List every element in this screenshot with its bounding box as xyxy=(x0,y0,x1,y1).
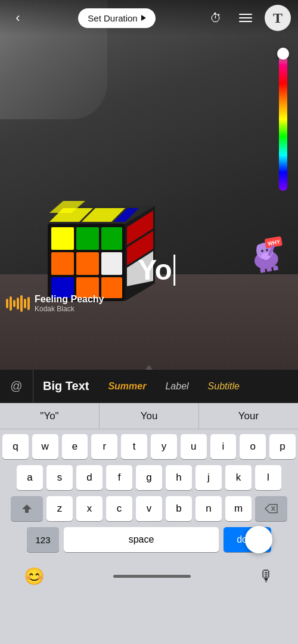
phone-bottom-bar: 😊 🎙 xyxy=(0,561,298,592)
text-style-row: @ Big Text Summer Label Subtitle xyxy=(0,370,298,403)
subtitle-style-button[interactable]: Subtitle xyxy=(198,370,249,402)
big-text-label: Big Text xyxy=(43,379,89,393)
text-format-icon: T xyxy=(273,10,283,26)
key-m[interactable]: m xyxy=(225,496,252,521)
music-title: Feeling Peachy xyxy=(35,294,104,305)
suggestion-you-text: You xyxy=(141,410,158,422)
key-a[interactable]: a xyxy=(17,465,43,490)
keyboard: q w e r t y u i o p a s d f g h j k l xyxy=(0,429,298,561)
sticker-image: WHY xyxy=(241,227,290,280)
at-symbol-icon: @ xyxy=(10,379,22,393)
video-area: ‹ Set Duration ⏱ T xyxy=(0,0,298,370)
key-p[interactable]: p xyxy=(269,434,296,459)
key-h[interactable]: h xyxy=(166,465,192,490)
at-symbol-button[interactable]: @ xyxy=(0,370,33,402)
svg-rect-5 xyxy=(76,252,99,275)
key-s[interactable]: s xyxy=(46,465,73,490)
key-q[interactable]: q xyxy=(2,434,29,459)
overlay-text: Yo xyxy=(138,253,172,286)
numbers-label: 123 xyxy=(35,535,50,545)
key-i[interactable]: i xyxy=(210,434,237,459)
svg-rect-2 xyxy=(76,227,99,250)
set-duration-label: Set Duration xyxy=(88,13,137,23)
done-circle-overlay xyxy=(245,526,272,553)
microphone-button[interactable]: 🎙 xyxy=(259,567,274,586)
key-w[interactable]: w xyxy=(32,434,58,459)
svg-rect-6 xyxy=(101,252,122,275)
done-wrapper: done xyxy=(224,527,271,552)
key-k[interactable]: k xyxy=(225,465,252,490)
label-style-label: Label xyxy=(165,381,188,392)
keyboard-row-2: a s d f g h j k l xyxy=(2,465,296,490)
key-e[interactable]: e xyxy=(62,434,88,459)
set-duration-button[interactable]: Set Duration xyxy=(78,8,155,28)
key-space[interactable]: space xyxy=(64,527,219,552)
svg-rect-9 xyxy=(101,277,122,298)
key-delete[interactable] xyxy=(255,496,287,521)
suggestion-your-text: Your xyxy=(238,410,259,422)
key-y[interactable]: y xyxy=(151,434,177,459)
summer-style-button[interactable]: Summer xyxy=(98,370,156,402)
key-c[interactable]: c xyxy=(106,496,132,521)
keyboard-row-4: 123 space done xyxy=(2,527,296,552)
key-shift[interactable] xyxy=(11,496,43,521)
keyboard-row-1: q w e r t y u i o p xyxy=(2,434,296,459)
waveform-icon xyxy=(6,295,30,312)
bottom-toolbar: @ Big Text Summer Label Subtitle "Yo" Yo… xyxy=(0,370,298,644)
timer-icon: ⏱ xyxy=(210,11,222,25)
space-label: space xyxy=(129,534,154,545)
text-format-button[interactable]: T xyxy=(265,5,291,31)
summer-label: Summer xyxy=(108,381,146,392)
style-row-wrapper: @ Big Text Summer Label Subtitle xyxy=(0,370,298,403)
svg-rect-4 xyxy=(51,252,74,275)
music-artist: Kodak Black xyxy=(35,305,104,313)
style-row-arrow-icon xyxy=(145,365,153,370)
sticker[interactable]: WHY xyxy=(244,233,286,274)
timer-button[interactable]: ⏱ xyxy=(205,7,226,29)
key-t[interactable]: t xyxy=(121,434,147,459)
music-bar: Feeling Peachy Kodak Black xyxy=(6,294,104,313)
top-icons: ⏱ T xyxy=(205,5,291,31)
key-v[interactable]: v xyxy=(136,496,162,521)
key-z[interactable]: z xyxy=(46,496,73,521)
key-d[interactable]: d xyxy=(76,465,103,490)
color-slider[interactable] xyxy=(278,48,288,203)
color-slider-thumb xyxy=(277,48,289,60)
label-style-button[interactable]: Label xyxy=(156,370,198,402)
keyboard-row-3: z x c v b n m xyxy=(2,496,296,521)
key-o[interactable]: o xyxy=(240,434,266,459)
suggestion-your[interactable]: Your xyxy=(199,403,298,429)
top-bar: ‹ Set Duration ⏱ T xyxy=(0,0,298,36)
svg-rect-3 xyxy=(101,227,122,250)
key-numbers[interactable]: 123 xyxy=(27,527,59,552)
home-indicator xyxy=(113,575,191,578)
key-f[interactable]: f xyxy=(106,465,132,490)
key-x[interactable]: x xyxy=(76,496,103,521)
back-icon: ‹ xyxy=(15,10,20,26)
key-g[interactable]: g xyxy=(136,465,162,490)
color-slider-track xyxy=(279,48,287,191)
suggestions-row: "Yo" You Your xyxy=(0,403,298,429)
set-duration-arrow-icon xyxy=(141,15,146,21)
menu-button[interactable] xyxy=(235,7,256,29)
key-u[interactable]: u xyxy=(181,434,207,459)
key-b[interactable]: b xyxy=(166,496,192,521)
music-info: Feeling Peachy Kodak Black xyxy=(35,294,104,313)
suggestion-yo-text: "Yo" xyxy=(40,410,58,422)
text-cursor xyxy=(173,255,175,286)
suggestion-yo[interactable]: "Yo" xyxy=(0,403,100,429)
key-n[interactable]: n xyxy=(195,496,222,521)
key-l[interactable]: l xyxy=(255,465,281,490)
text-overlay[interactable]: Yo xyxy=(138,253,175,286)
emoji-button[interactable]: 😊 xyxy=(24,566,45,586)
key-r[interactable]: r xyxy=(91,434,117,459)
menu-icon xyxy=(239,14,252,22)
svg-rect-1 xyxy=(51,227,74,250)
suggestion-you[interactable]: You xyxy=(100,403,199,429)
key-j[interactable]: j xyxy=(195,465,222,490)
big-text-style-button[interactable]: Big Text xyxy=(33,370,98,402)
back-button[interactable]: ‹ xyxy=(7,7,29,29)
subtitle-label: Subtitle xyxy=(208,381,240,392)
